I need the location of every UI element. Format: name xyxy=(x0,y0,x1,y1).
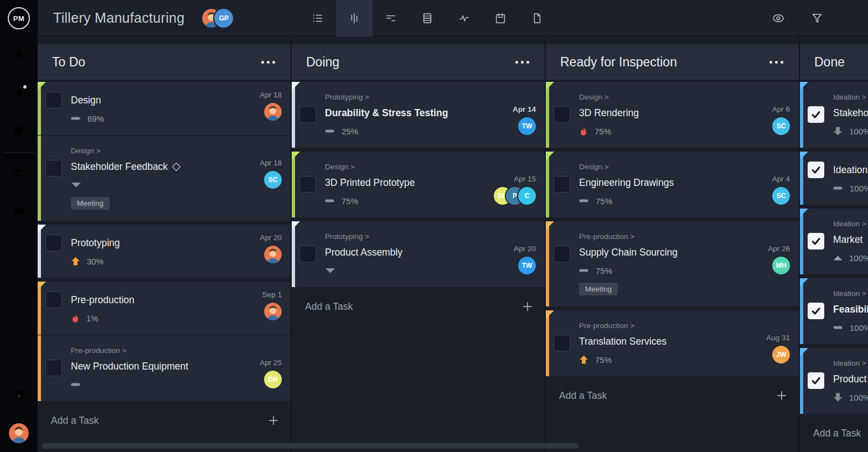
dash-icon xyxy=(325,129,335,133)
task-card[interactable]: Design >3D Rendering75%Apr 6SC xyxy=(546,82,799,148)
task-title: New Production Equipment xyxy=(71,361,188,372)
task-card[interactable]: Prototyping >Durability & Stress Testing… xyxy=(292,82,545,148)
column-header: Doing xyxy=(292,44,545,80)
dash-icon xyxy=(833,326,843,329)
task-card[interactable]: Design >Stakeholder FeedbackMeetingApr 1… xyxy=(38,135,291,221)
task-card[interactable]: Ideation >Market100% xyxy=(800,209,868,274)
app-logo[interactable]: PM xyxy=(0,0,38,37)
task-card[interactable]: Design69%Apr 18 xyxy=(38,82,291,135)
task-due-date: Sep 1 xyxy=(262,290,282,299)
task-breadcrumb: Pre-production > xyxy=(71,346,282,355)
sidebar-item-add[interactable] xyxy=(0,337,38,376)
plus-icon[interactable] xyxy=(776,389,788,402)
task-card[interactable]: Pre-production >New Production Equipment… xyxy=(38,335,291,401)
task-card[interactable]: Pre-production1%Sep 1 xyxy=(38,282,291,335)
sidebar-item-portfolio[interactable] xyxy=(0,192,38,230)
task-checkbox[interactable] xyxy=(45,235,62,251)
user-photo-avatar xyxy=(264,103,282,121)
task-due-date: Apr 25 xyxy=(260,359,282,367)
card-group: Ideation100% xyxy=(800,152,868,205)
task-checkbox[interactable] xyxy=(45,92,62,108)
card-group: Pre-production >Translation Services75%A… xyxy=(546,310,799,376)
board-view-icon xyxy=(348,12,360,24)
horizontal-scrollbar-thumb[interactable] xyxy=(42,443,578,449)
view-tab-gantt[interactable] xyxy=(373,0,409,37)
task-checkbox-checked[interactable] xyxy=(808,106,824,123)
task-card[interactable]: Ideation >Stakeholder100% xyxy=(800,82,868,148)
task-title-row: Ideation xyxy=(833,163,868,177)
card-group: Ideation >Feasibility100% xyxy=(800,278,868,344)
task-checkbox[interactable] xyxy=(299,176,316,193)
task-card[interactable]: Design >Engineering Drawings75%Apr 4SC xyxy=(546,152,799,217)
task-card[interactable]: Pre-production >Translation Services75%A… xyxy=(546,310,799,376)
column-menu-icon[interactable] xyxy=(260,58,276,67)
task-card[interactable]: Ideation100% xyxy=(800,152,868,205)
task-checkbox[interactable] xyxy=(554,335,570,351)
view-tab-docs[interactable] xyxy=(519,0,555,37)
task-checkbox-checked[interactable] xyxy=(808,162,824,178)
task-checkbox[interactable] xyxy=(554,176,570,193)
add-task-button[interactable]: Add a Task xyxy=(292,292,545,321)
card-group: Design >Engineering Drawings75%Apr 4SC xyxy=(546,152,799,217)
task-card[interactable]: Ideation >Product100% xyxy=(800,348,868,414)
task-card[interactable]: Prototyping30%Apr 20 xyxy=(38,225,291,278)
view-tab-activity[interactable] xyxy=(446,0,482,37)
eye-icon[interactable] xyxy=(772,12,785,25)
user-profile-button[interactable] xyxy=(0,414,38,452)
task-checkbox[interactable] xyxy=(554,106,570,123)
add-task-label: Add a Task xyxy=(305,301,353,313)
task-checkbox[interactable] xyxy=(299,106,316,123)
kanban-board: To DoDesign69%Apr 18Design >Stakeholder … xyxy=(38,37,868,452)
view-tab-sheet[interactable] xyxy=(409,0,446,37)
team-icon xyxy=(12,165,25,181)
task-title-row: Product Assembly xyxy=(325,245,536,259)
flame-icon xyxy=(579,127,588,136)
task-due-date: Apr 14 xyxy=(513,105,536,113)
task-title: Pre-production xyxy=(71,294,135,306)
sidebar-item-help[interactable] xyxy=(0,376,38,414)
task-progress-row: 100% xyxy=(833,183,868,194)
task-card[interactable]: Ideation >Feasibility100% xyxy=(800,278,868,344)
task-card[interactable]: Design >3D Printed Prototype75%Apr 15CPD… xyxy=(292,152,545,217)
flame-icon xyxy=(71,314,80,323)
sidebar-item-notifications[interactable] xyxy=(0,75,38,113)
column-title: Doing xyxy=(306,55,339,70)
task-progress-row: 30% xyxy=(71,256,282,267)
task-card[interactable]: Prototyping >Product AssemblyApr 20TW xyxy=(292,221,545,287)
task-progress-row xyxy=(71,179,282,190)
task-progress-row: 75% xyxy=(579,265,790,276)
task-checkbox[interactable] xyxy=(554,246,570,262)
task-checkbox-checked[interactable] xyxy=(808,372,824,389)
plus-icon[interactable] xyxy=(521,300,534,313)
add-task-button[interactable]: Add a Task xyxy=(800,418,868,448)
sidebar-item-team[interactable] xyxy=(0,154,38,192)
task-card[interactable]: Pre-production >Supply Chain Sourcing75%… xyxy=(546,221,799,306)
card-group: Ideation >Market100% xyxy=(800,209,868,274)
sidebar-item-recents[interactable] xyxy=(0,113,38,151)
sidebar-item-home[interactable] xyxy=(0,37,38,75)
add-task-button[interactable]: Add a Task xyxy=(546,381,799,411)
gantt-view-icon xyxy=(385,12,397,24)
task-checkbox-checked[interactable] xyxy=(808,233,824,250)
project-members[interactable]: GP xyxy=(202,9,233,28)
view-tab-calendar[interactable] xyxy=(482,0,519,37)
task-meta: Apr 25DH xyxy=(260,359,282,388)
task-checkbox[interactable] xyxy=(45,160,62,176)
view-tab-list[interactable] xyxy=(299,0,336,37)
task-checkbox[interactable] xyxy=(45,292,62,308)
task-breadcrumb: Design > xyxy=(71,147,282,155)
task-checkbox-checked[interactable] xyxy=(808,303,824,319)
column-menu-icon[interactable] xyxy=(514,58,530,67)
task-progress-row: 100% xyxy=(833,392,868,403)
home-icon xyxy=(13,48,25,63)
initials-avatar: MH xyxy=(772,257,790,274)
filter-icon[interactable] xyxy=(810,12,824,25)
plus-icon[interactable] xyxy=(267,414,280,427)
task-checkbox[interactable] xyxy=(299,246,316,262)
view-tab-board[interactable] xyxy=(336,0,373,37)
task-assignees: SC xyxy=(264,171,282,189)
task-checkbox[interactable] xyxy=(45,360,62,376)
add-task-button[interactable]: Add a Task xyxy=(38,406,291,435)
column-menu-icon[interactable] xyxy=(768,58,784,67)
sheet-view-icon xyxy=(421,12,433,24)
